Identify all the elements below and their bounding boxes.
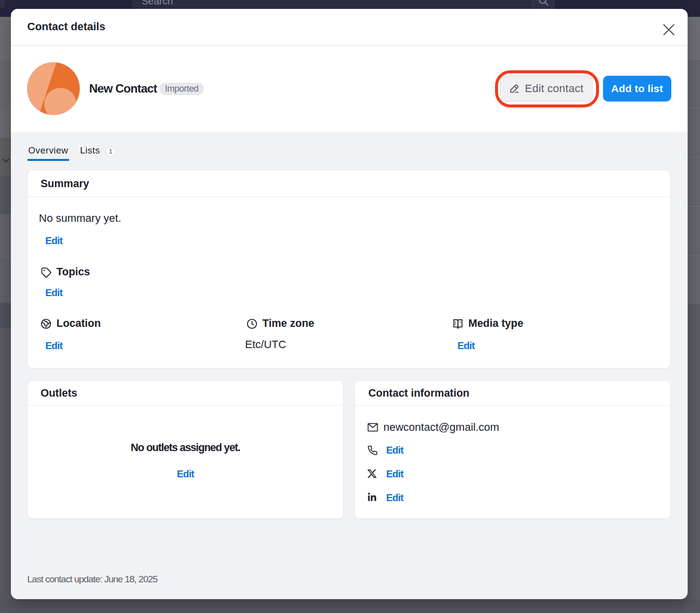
backdrop-bottom: [0, 599, 700, 613]
close-button[interactable]: [662, 22, 678, 38]
chevron-down-icon: [0, 156, 12, 166]
backdrop-table-rows: [688, 59, 700, 304]
email-row: newcontact@gmail.com: [367, 421, 499, 434]
summary-card-title: Summary: [41, 179, 89, 190]
edit-contact-label: Edit contact: [525, 82, 584, 95]
outlets-empty-text: No outlets assigned yet.: [28, 443, 343, 454]
app-sidebar-edge: [0, 0, 4, 7]
x-twitter-icon: [367, 467, 378, 480]
summary-empty-text: No summary yet.: [39, 213, 121, 224]
linkedin-icon: [367, 491, 378, 504]
outlets-card-header: Outlets: [28, 381, 343, 406]
tab-lists-label: Lists: [80, 146, 100, 155]
search-icon: [538, 0, 550, 10]
backdrop-row: [0, 328, 11, 613]
backdrop-row: [0, 257, 11, 303]
x-edit-link[interactable]: Edit: [386, 469, 403, 479]
location-section-header: Location: [41, 318, 101, 330]
timezone-value: Etc/UTC: [245, 339, 286, 350]
global-search-input[interactable]: Search: [133, 0, 533, 9]
outlets-card: Outlets No outlets assigned yet. Edit: [27, 380, 344, 519]
phone-edit-link[interactable]: Edit: [386, 445, 403, 455]
clock-icon: [247, 318, 257, 329]
backdrop-table-header: [688, 17, 700, 59]
outlets-edit-link[interactable]: Edit: [28, 469, 343, 479]
tab-overview[interactable]: Overview: [27, 145, 69, 161]
linkedin-edit-link[interactable]: Edit: [386, 493, 403, 503]
x-row: Edit: [367, 467, 403, 480]
open-book-icon: [452, 318, 463, 329]
tabs-bar: Overview Lists 1: [27, 145, 127, 163]
mediatype-section-header: Media type: [452, 318, 523, 330]
contact-hero: New Contact Imported Edit contact Add to…: [11, 46, 688, 132]
search-button[interactable]: [533, 0, 554, 9]
imported-badge: Imported: [159, 83, 204, 95]
topics-section-header: Topics: [41, 266, 90, 278]
outlets-card-title: Outlets: [41, 388, 77, 399]
backdrop-row: [0, 59, 11, 109]
contact-name: New Contact: [89, 83, 157, 95]
backdrop-row: [0, 109, 11, 138]
add-to-list-button[interactable]: Add to list: [603, 76, 671, 102]
add-to-list-label: Add to list: [611, 83, 663, 95]
modal-title: Contact details: [27, 21, 105, 32]
backdrop-row: [0, 303, 11, 328]
backdrop-row: [0, 214, 11, 257]
contact-details-modal: Contact details New Contact Imported: [11, 9, 688, 599]
contact-information-card-title: Contact information: [368, 388, 469, 399]
timezone-section-header: Time zone: [247, 318, 314, 330]
edit-contact-button[interactable]: Edit contact: [500, 76, 593, 102]
location-edit-link[interactable]: Edit: [46, 341, 63, 351]
summary-edit-link[interactable]: Edit: [46, 236, 63, 246]
topics-edit-link[interactable]: Edit: [46, 288, 63, 298]
contact-information-card: Contact information newcontact@gmail.com…: [354, 380, 671, 519]
last-update-note: Last contact update: June 18, 2025: [27, 574, 157, 584]
globe-icon: [41, 318, 51, 329]
modal-header: Contact details: [11, 9, 688, 46]
summary-card: Summary No summary yet. Edit Topics Edit: [27, 170, 671, 368]
avatar: [27, 62, 80, 115]
summary-card-header: Summary: [28, 170, 670, 197]
backdrop-table-lower: [688, 304, 700, 613]
phone-icon: [367, 444, 378, 457]
contact-name-row: New Contact Imported: [89, 83, 204, 95]
linkedin-row: Edit: [367, 491, 403, 504]
tab-lists-count-badge: 1: [105, 147, 116, 157]
email-value: newcontact@gmail.com: [384, 422, 500, 433]
tag-icon: [41, 267, 51, 278]
phone-row: Edit: [367, 444, 403, 457]
tab-lists[interactable]: Lists 1: [79, 145, 117, 163]
envelope-icon: [367, 421, 378, 434]
tab-overview-label: Overview: [28, 146, 68, 155]
backdrop-row: [0, 175, 11, 214]
mediatype-edit-link[interactable]: Edit: [457, 341, 475, 351]
backdrop-row: [0, 17, 11, 59]
timezone-label: Time zone: [262, 318, 314, 329]
search-placeholder: Search: [142, 0, 173, 6]
location-label: Location: [56, 318, 101, 329]
contact-information-card-header: Contact information: [355, 381, 670, 406]
pencil-icon: [509, 83, 520, 94]
topics-label: Topics: [56, 267, 90, 278]
mediatype-label: Media type: [468, 318, 523, 329]
